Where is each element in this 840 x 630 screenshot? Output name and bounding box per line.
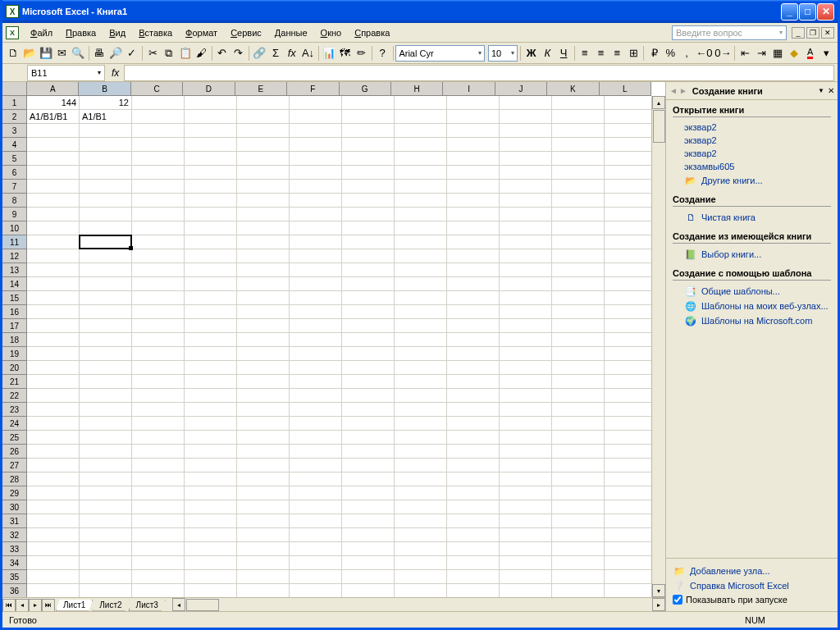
tp-ms-templates[interactable]: 🌍Шаблоны на Microsoft.com [673, 313, 831, 328]
scroll-left-icon[interactable]: ◂ [172, 598, 185, 611]
row-header-35[interactable]: 35 [2, 570, 27, 584]
search-icon[interactable]: 🔍 [71, 44, 86, 62]
cell-C24[interactable] [132, 417, 185, 431]
menu-правка[interactable]: Правка [59, 26, 103, 39]
cell-H6[interactable] [395, 166, 447, 180]
show-checkbox[interactable] [673, 595, 682, 605]
col-header-A[interactable]: A [27, 82, 79, 96]
cell-L26[interactable] [605, 445, 657, 459]
cell-H22[interactable] [395, 389, 447, 403]
cell-F10[interactable] [290, 221, 342, 235]
cell-A23[interactable] [27, 403, 80, 417]
row-header-4[interactable]: 4 [2, 138, 27, 152]
cell-D36[interactable] [185, 584, 237, 598]
row-header-12[interactable]: 12 [2, 249, 27, 263]
cell-K14[interactable] [552, 277, 605, 291]
cell-C7[interactable] [132, 180, 185, 194]
cell-C5[interactable] [132, 152, 185, 166]
row-header-7[interactable]: 7 [2, 180, 27, 194]
cell-K32[interactable] [552, 528, 605, 542]
cell-I5[interactable] [447, 152, 500, 166]
row-header-29[interactable]: 29 [2, 486, 27, 500]
cell-G7[interactable] [342, 180, 395, 194]
cell-K5[interactable] [552, 152, 605, 166]
cell-A30[interactable] [27, 500, 80, 514]
cell-G22[interactable] [342, 389, 395, 403]
cell-C32[interactable] [132, 528, 185, 542]
vscroll-thumb[interactable] [653, 110, 665, 143]
cell-J7[interactable] [500, 180, 552, 194]
tp-blank-workbook[interactable]: 🗋Чистая книга [673, 210, 831, 225]
cell-E21[interactable] [237, 375, 290, 389]
cell-G24[interactable] [342, 417, 395, 431]
cell-L13[interactable] [605, 263, 657, 277]
cell-K33[interactable] [552, 542, 605, 556]
tab-first-icon[interactable]: ⏮ [2, 599, 16, 612]
cell-A3[interactable] [27, 124, 80, 138]
cell-H18[interactable] [395, 333, 447, 347]
cell-L12[interactable] [605, 249, 657, 263]
cell-B22[interactable] [80, 389, 132, 403]
cell-I21[interactable] [447, 375, 500, 389]
cell-C28[interactable] [132, 472, 185, 486]
cell-G15[interactable] [342, 291, 395, 305]
col-header-G[interactable]: G [340, 82, 391, 96]
cell-C22[interactable] [132, 389, 185, 403]
cell-C13[interactable] [132, 263, 185, 277]
cell-D20[interactable] [185, 361, 237, 375]
cell-L3[interactable] [605, 124, 657, 138]
cell-D30[interactable] [185, 500, 237, 514]
cell-C36[interactable] [132, 584, 185, 598]
cell-G35[interactable] [342, 570, 395, 584]
cell-L19[interactable] [605, 347, 657, 361]
tp-help[interactable]: ❔Справка Microsoft Excel [673, 578, 831, 593]
cell-J8[interactable] [500, 194, 552, 208]
row-header-31[interactable]: 31 [2, 514, 27, 528]
cell-E3[interactable] [237, 124, 290, 138]
cell-A16[interactable] [27, 305, 80, 319]
paste-icon[interactable]: 📋 [177, 44, 193, 62]
cell-G26[interactable] [342, 445, 395, 459]
cell-L2[interactable] [605, 110, 657, 124]
cell-C34[interactable] [132, 556, 185, 570]
row-header-18[interactable]: 18 [2, 333, 27, 347]
cell-D2[interactable] [185, 110, 237, 124]
cell-D14[interactable] [185, 277, 237, 291]
cell-J20[interactable] [500, 361, 552, 375]
tp-recent-0[interactable]: экзвар2 [673, 121, 831, 134]
cell-I27[interactable] [447, 459, 500, 472]
ask-question-box[interactable]: Введите вопрос▾ [672, 25, 787, 40]
cell-I29[interactable] [447, 486, 500, 500]
cell-F8[interactable] [290, 194, 342, 208]
cell-E15[interactable] [237, 291, 290, 305]
vertical-scrollbar[interactable]: ▴ ▾ [651, 96, 665, 597]
cell-H17[interactable] [395, 319, 447, 333]
menu-сервис[interactable]: Сервис [224, 26, 268, 39]
col-header-J[interactable]: J [495, 82, 547, 96]
cell-J28[interactable] [500, 472, 552, 486]
col-header-B[interactable]: B [79, 82, 130, 96]
menu-вставка[interactable]: Вставка [132, 26, 179, 39]
cell-C1[interactable] [132, 96, 185, 110]
cell-A14[interactable] [27, 277, 80, 291]
cell-L10[interactable] [605, 221, 657, 235]
dec-decimal-icon[interactable]: 0→ [714, 44, 732, 62]
cell-J24[interactable] [500, 417, 552, 431]
cell-H21[interactable] [395, 375, 447, 389]
cell-F27[interactable] [290, 459, 342, 472]
cell-B4[interactable] [80, 138, 132, 152]
tp-choose-book[interactable]: 📗Выбор книги... [673, 247, 831, 262]
cell-E2[interactable] [237, 110, 290, 124]
cell-E26[interactable] [237, 445, 290, 459]
sheet-tab-Лист1[interactable]: Лист1 [56, 600, 93, 611]
cell-A6[interactable] [27, 166, 80, 180]
cell-E35[interactable] [237, 570, 290, 584]
cell-L24[interactable] [605, 417, 657, 431]
cell-D22[interactable] [185, 389, 237, 403]
cell-I36[interactable] [447, 584, 500, 598]
cell-A31[interactable] [27, 514, 80, 528]
cell-A29[interactable] [27, 486, 80, 500]
cell-I33[interactable] [447, 542, 500, 556]
cell-G6[interactable] [342, 166, 395, 180]
cell-B31[interactable] [80, 514, 132, 528]
